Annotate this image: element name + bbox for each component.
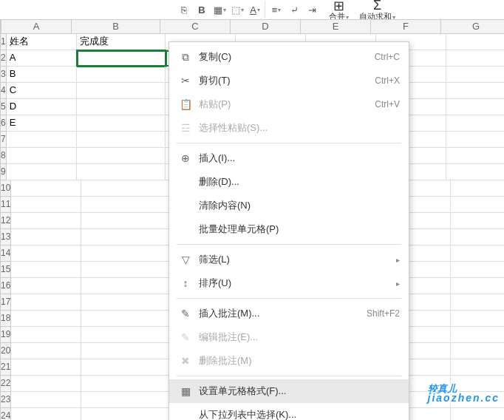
cell[interactable]: A bbox=[7, 50, 77, 67]
row-header[interactable]: 1 bbox=[0, 34, 7, 50]
cell[interactable]: C bbox=[7, 83, 77, 99]
cell[interactable] bbox=[81, 359, 170, 376]
row-header[interactable]: 15 bbox=[0, 262, 11, 278]
cell[interactable] bbox=[451, 262, 504, 278]
ctx-copy[interactable]: ⧉ 复制(C) Ctrl+C bbox=[169, 45, 409, 69]
col-header[interactable]: G bbox=[441, 19, 504, 34]
cell[interactable] bbox=[77, 83, 166, 99]
indent-icon[interactable]: ⇥ bbox=[304, 1, 320, 18]
cell[interactable] bbox=[11, 180, 81, 197]
font-color-icon[interactable]: A bbox=[247, 1, 263, 18]
cell[interactable] bbox=[11, 262, 81, 278]
cell[interactable]: 姓名 bbox=[7, 34, 77, 50]
cell[interactable] bbox=[446, 164, 504, 180]
cell[interactable] bbox=[11, 294, 81, 311]
ctx-dropdown-select[interactable]: 从下拉列表中选择(K)... bbox=[169, 403, 409, 420]
cell[interactable] bbox=[77, 164, 166, 180]
col-header[interactable]: E bbox=[301, 19, 371, 34]
cell[interactable]: D bbox=[7, 99, 77, 115]
cell[interactable] bbox=[451, 180, 504, 197]
cell[interactable] bbox=[11, 245, 81, 262]
cell[interactable] bbox=[81, 197, 170, 213]
col-header[interactable]: C bbox=[160, 19, 231, 34]
cell[interactable] bbox=[7, 148, 77, 164]
cell[interactable]: E bbox=[7, 115, 77, 132]
cell[interactable] bbox=[81, 229, 170, 245]
col-header[interactable]: F bbox=[371, 19, 441, 34]
cell[interactable] bbox=[7, 132, 77, 148]
row-header[interactable]: 4 bbox=[0, 83, 7, 99]
cell[interactable] bbox=[451, 343, 504, 359]
row-header[interactable]: 16 bbox=[0, 278, 11, 294]
cell[interactable] bbox=[77, 148, 166, 164]
row-header[interactable]: 2 bbox=[0, 50, 7, 67]
cell[interactable] bbox=[446, 50, 504, 67]
cell[interactable] bbox=[11, 278, 81, 294]
row-header[interactable]: 21 bbox=[0, 359, 11, 376]
fill-color-icon[interactable]: ⬚ bbox=[229, 1, 245, 18]
ctx-cut[interactable]: ✂ 剪切(T) Ctrl+X bbox=[169, 69, 409, 92]
row-header[interactable]: 14 bbox=[0, 245, 11, 262]
cell[interactable] bbox=[446, 34, 504, 50]
cell[interactable] bbox=[11, 392, 81, 408]
cell[interactable] bbox=[77, 115, 166, 132]
col-header[interactable]: D bbox=[231, 19, 301, 34]
cell[interactable] bbox=[81, 376, 170, 392]
ctx-delete[interactable]: 删除(D)... bbox=[169, 170, 409, 194]
cell[interactable] bbox=[7, 164, 77, 180]
cell[interactable] bbox=[451, 229, 504, 245]
border-icon[interactable]: ▦ bbox=[211, 1, 228, 18]
wrap-text-icon[interactable]: ⤶ bbox=[286, 1, 302, 18]
cell[interactable] bbox=[446, 115, 504, 132]
ctx-insert[interactable]: ⊕ 插入(I)... bbox=[169, 146, 409, 170]
cell[interactable] bbox=[446, 148, 504, 164]
cell[interactable] bbox=[451, 311, 504, 327]
cell[interactable] bbox=[11, 343, 81, 359]
cell[interactable] bbox=[11, 213, 81, 229]
cell[interactable]: B bbox=[7, 67, 77, 83]
cell[interactable] bbox=[451, 327, 504, 343]
cell[interactable] bbox=[11, 359, 81, 376]
row-header[interactable]: 3 bbox=[0, 67, 7, 83]
ctx-insert-comment[interactable]: ✎ 插入批注(M)... Shift+F2 bbox=[169, 302, 409, 325]
cell[interactable] bbox=[11, 408, 81, 420]
row-header[interactable]: 11 bbox=[0, 197, 11, 213]
format-painter-icon[interactable]: ⎘ bbox=[176, 1, 192, 18]
cell[interactable] bbox=[451, 213, 504, 229]
row-header[interactable]: 17 bbox=[0, 294, 11, 311]
cell[interactable] bbox=[77, 50, 166, 67]
cell[interactable] bbox=[81, 327, 170, 343]
cell[interactable] bbox=[81, 392, 170, 408]
cell[interactable] bbox=[451, 278, 504, 294]
cell[interactable] bbox=[81, 262, 170, 278]
cell[interactable] bbox=[11, 311, 81, 327]
row-header[interactable]: 23 bbox=[0, 392, 11, 408]
cell[interactable]: 完成度 bbox=[77, 34, 166, 50]
cell[interactable] bbox=[446, 99, 504, 115]
cell[interactable] bbox=[81, 343, 170, 359]
ctx-clear[interactable]: 清除内容(N) bbox=[169, 194, 409, 217]
cell[interactable] bbox=[81, 294, 170, 311]
cell[interactable] bbox=[451, 245, 504, 262]
cell[interactable] bbox=[77, 99, 166, 115]
cell[interactable] bbox=[11, 327, 81, 343]
row-header[interactable]: 10 bbox=[0, 180, 11, 197]
row-header[interactable]: 6 bbox=[0, 115, 7, 132]
ctx-batch[interactable]: 批量处理单元格(P) bbox=[169, 217, 409, 241]
cell[interactable] bbox=[81, 278, 170, 294]
bold-icon[interactable]: B bbox=[194, 1, 210, 18]
row-header[interactable]: 8 bbox=[0, 148, 7, 164]
row-header[interactable]: 18 bbox=[0, 311, 11, 327]
row-header[interactable]: 20 bbox=[0, 343, 11, 359]
row-header[interactable]: 13 bbox=[0, 229, 11, 245]
cell[interactable] bbox=[81, 180, 170, 197]
col-header[interactable]: A bbox=[1, 19, 72, 34]
cell[interactable] bbox=[446, 132, 504, 148]
cell[interactable] bbox=[81, 245, 170, 262]
align-icon[interactable]: ≡ bbox=[268, 1, 285, 18]
row-header[interactable]: 12 bbox=[0, 213, 11, 229]
ctx-filter[interactable]: ▽ 筛选(L) ▸ bbox=[169, 248, 409, 271]
cell[interactable] bbox=[451, 197, 504, 213]
cell[interactable] bbox=[11, 376, 81, 392]
row-header[interactable]: 22 bbox=[0, 376, 11, 392]
